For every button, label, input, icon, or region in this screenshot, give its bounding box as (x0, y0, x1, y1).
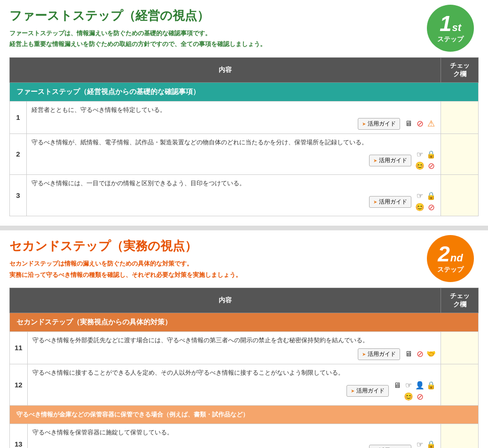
no-icon: ⊘ (415, 119, 425, 128)
check-cell (441, 134, 479, 175)
icon-set: 🖥 ☞ 👤 🔒 😊 ⊘ (393, 381, 436, 401)
check-cell (441, 101, 479, 134)
guide-button[interactable]: 活用ガイド (358, 118, 400, 130)
no-icon: ⊘ (415, 349, 425, 359)
lock-icon: 🔒 (426, 381, 436, 390)
first-step-badge: 1 st ステップ (427, 5, 474, 52)
handshake-icon: 🤝 (426, 349, 436, 359)
second-step-section-row: セカンドステップ（実務視点からの具体的対策） (10, 313, 479, 331)
row-content: 守るべき情報に接することができる人を定め、その人以外が守るべき情報に接することが… (27, 364, 441, 405)
first-step-section-row: ファーストステップ（経営視点からの基礎的な確認事項） (10, 82, 479, 101)
row-content: 守るべき情報には、一目でほかの情報と区別できるよう、目印をつけている。 活用ガイ… (27, 175, 441, 216)
row-content: 守るべき情報が、紙情報、電子情報、試作品・製造装置などの物自体のどれに当たるかを… (27, 134, 441, 175)
check-cell (441, 175, 479, 216)
monitor-icon: 🖥 (404, 119, 413, 128)
table-row: 12 守るべき情報に接することができる人を定め、その人以外が守るべき情報に接する… (10, 364, 479, 405)
monitor-icon: 🖥 (393, 381, 402, 390)
table-row: 2 守るべき情報が、紙情報、電子情報、試作品・製造装置などの物自体のどれに当たる… (10, 134, 479, 175)
smiley-icon: 😊 (415, 161, 425, 171)
check-cell (441, 331, 479, 364)
icon-row: 🖥 ⊘ ⚠ (404, 119, 436, 128)
icon-set: ☞ 🔒 ⊘ (415, 440, 436, 448)
row-number: 1 (10, 101, 27, 134)
row-content: 守るべき情報を保管容器に施錠して保管している。 活用ガイド ☞ 🔒 ⊘ (27, 424, 441, 448)
first-step-desc: ファーストステップは、情報漏えいを防ぐための基礎的な確認事項です。 経営上も重要… (9, 28, 395, 50)
first-step-table: 内容 チェック欄 ファーストステップ（経営視点からの基礎的な確認事項） 1 経営… (9, 57, 479, 216)
row-number: 12 (10, 364, 28, 405)
warn-icon: ⚠ (426, 119, 436, 128)
no-icon: ⊘ (415, 392, 425, 401)
person-icon: 👤 (415, 381, 425, 390)
second-step-section: セカンドステップ（実務の視点） セカンドステップは情報の漏えいを防ぐための具体的… (0, 230, 488, 448)
hand-icon: ☞ (415, 440, 425, 448)
second-step-title: セカンドステップ（実務の視点） (9, 238, 479, 254)
check-cell (441, 424, 479, 448)
row-content: 守るべき情報を外部委託先などに渡す場合には、守るべき情報の第三者への開示の禁止を… (27, 331, 441, 364)
no-icon: ⊘ (426, 203, 436, 212)
first-step-title: ファーストステップ（経営の視点） (9, 8, 479, 24)
smiley-icon: 😊 (404, 392, 413, 401)
row-number: 2 (10, 134, 27, 175)
icon-set: ☞ 🔒 😊 ⊘ (415, 191, 436, 212)
lock-icon: 🔒 (426, 191, 436, 201)
guide-button[interactable]: 活用ガイド (369, 155, 411, 166)
check-cell (441, 364, 479, 405)
lock-icon: 🔒 (426, 440, 436, 448)
row-content: 経営者とともに、守るべき情報を特定している。 活用ガイド 🖥 ⊘ ⚠ (27, 101, 441, 134)
sub-section-row: 守るべき情報が金庫などの保管容器に保管できる場合（例えば、書類・試作品など） (10, 405, 479, 424)
hand-icon: ☞ (415, 150, 425, 159)
row-number: 3 (10, 175, 27, 216)
hand-icon: ☞ (404, 381, 413, 390)
guide-button[interactable]: 活用ガイド (346, 385, 389, 397)
no-icon: ⊘ (426, 161, 436, 171)
check-header: チェック欄 (441, 57, 479, 82)
table-row: 3 守るべき情報には、一目でほかの情報と区別できるよう、目印をつけている。 活用… (10, 175, 479, 216)
table-row: 13 守るべき情報を保管容器に施錠して保管している。 活用ガイド ☞ 🔒 (10, 424, 479, 448)
smiley-icon: 😊 (415, 203, 425, 212)
row-number: 11 (10, 331, 28, 364)
table-header-row: 内容 チェック欄 (10, 57, 479, 82)
section-divider (0, 226, 488, 230)
second-step-badge: 2 nd ステップ (427, 235, 474, 282)
content-header: 内容 (10, 57, 441, 82)
content-header: 内容 (10, 288, 441, 313)
check-header: チェック欄 (441, 288, 479, 313)
first-step-section: ファーストステップ（経営の視点） ファーストステップは、情報漏えいを防ぐための基… (0, 0, 488, 226)
table-row: 11 守るべき情報を外部委託先などに渡す場合には、守るべき情報の第三者への開示の… (10, 331, 479, 364)
row-number: 13 (10, 424, 28, 448)
icon-set: ☞ 🔒 😊 ⊘ (415, 150, 436, 171)
monitor-icon: 🖥 (404, 349, 413, 359)
table-row: 1 経営者とともに、守るべき情報を特定している。 活用ガイド 🖥 ⊘ ⚠ (10, 101, 479, 134)
hand-icon: ☞ (415, 191, 425, 201)
guide-button[interactable]: 活用ガイド (369, 445, 411, 448)
icon-row: 🖥 ⊘ 🤝 (404, 349, 436, 359)
lock-icon: 🔒 (426, 150, 436, 159)
second-step-desc: セカンドステップは情報の漏えいを防ぐための具体的な対策です。 実務に沿って守るべ… (9, 258, 395, 280)
second-step-table: 内容 チェック欄 セカンドステップ（実務視点からの具体的対策） 11 守るべき情… (9, 288, 479, 448)
table-header-row: 内容 チェック欄 (10, 288, 479, 313)
guide-button[interactable]: 活用ガイド (358, 348, 400, 360)
guide-button[interactable]: 活用ガイド (369, 196, 411, 208)
